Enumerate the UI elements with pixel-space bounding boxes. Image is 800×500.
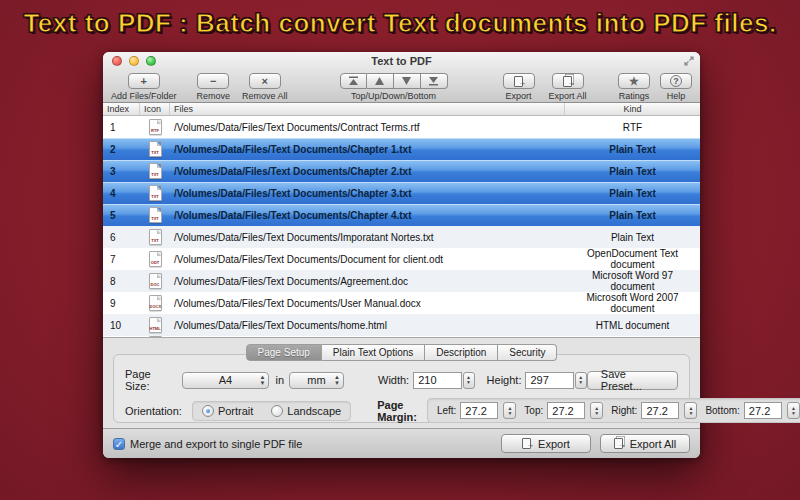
- table-row[interactable]: 10HTML/Volumes/Data/Files/Text Documents…: [103, 314, 700, 336]
- cell-kind: OpenDocument Text document: [565, 248, 700, 270]
- export-button[interactable]: → Export: [501, 434, 591, 453]
- column-header-index[interactable]: Index: [103, 103, 140, 115]
- merge-checkbox[interactable]: ✓: [113, 438, 125, 450]
- margin-stepper[interactable]: ▲▼: [503, 402, 516, 419]
- table-row[interactable]: 7ODT/Volumes/Data/Files/Text Documents/D…: [103, 248, 700, 270]
- table-row[interactable]: 6TXT/Volumes/Data/Files/Text Documents/I…: [103, 226, 700, 248]
- minimize-button[interactable]: [129, 56, 139, 66]
- margin-stepper[interactable]: ▲▼: [684, 402, 697, 419]
- margin-label: Left:: [437, 405, 456, 416]
- unit-popup[interactable]: mm ▲▼: [289, 372, 344, 389]
- file-icon: DOCX: [149, 295, 162, 311]
- move-up-icon: [374, 76, 385, 86]
- margin-bottom-group: Bottom:27.2▲▼: [705, 402, 799, 419]
- cell-kind: Plain Text: [565, 166, 700, 177]
- reorder-segmented-control: [340, 73, 448, 89]
- page-size-popup[interactable]: A4 ▲▼: [182, 372, 270, 389]
- cell-files: /Volumes/Data/Files/Text Documents/Chapt…: [170, 166, 565, 177]
- margin-left-group: Left:27.2▲▼: [437, 402, 516, 419]
- cell-icon: TXT: [140, 141, 170, 157]
- margin-label: Bottom:: [705, 405, 739, 416]
- move-up-button[interactable]: [367, 73, 394, 89]
- table-header: Index Icon Files Kind: [103, 103, 700, 116]
- margin-top-field[interactable]: 27.2: [547, 402, 585, 419]
- close-button[interactable]: [112, 56, 122, 66]
- add-files-label: Add Files/Folder: [111, 91, 177, 101]
- remove-all-label: Remove All: [242, 91, 288, 101]
- zoom-button[interactable]: [146, 56, 156, 66]
- move-bottom-button[interactable]: [421, 73, 448, 89]
- fullscreen-icon[interactable]: [684, 56, 694, 66]
- tab-description[interactable]: Description: [425, 344, 498, 361]
- file-icon: HTML: [149, 317, 162, 333]
- remove-button[interactable]: −: [197, 73, 229, 89]
- cell-kind: Plain Text: [565, 188, 700, 199]
- table-row[interactable]: 2TXT/Volumes/Data/Files/Text Documents/C…: [103, 138, 700, 160]
- ratings-button[interactable]: ★: [618, 73, 650, 89]
- file-icon: TXT: [149, 163, 162, 179]
- export-all-tool: → Export All: [549, 73, 587, 101]
- remove-tool: − Remove: [197, 73, 231, 101]
- cell-index: 7: [103, 254, 140, 265]
- help-button[interactable]: ?: [660, 73, 692, 89]
- tab-page-setup[interactable]: Page Setup: [246, 344, 322, 361]
- radio-label: Landscape: [287, 405, 341, 417]
- width-field[interactable]: 210: [413, 372, 461, 389]
- cell-files: /Volumes/Data/Files/Text Documents/Impor…: [170, 232, 565, 243]
- height-field[interactable]: 297: [525, 372, 573, 389]
- remove-all-button[interactable]: ×: [249, 73, 281, 89]
- table-row[interactable]: 8DOC/Volumes/Data/Files/Text Documents/A…: [103, 270, 700, 292]
- cell-index: 3: [103, 166, 140, 177]
- width-stepper[interactable]: ▲▼: [463, 372, 475, 389]
- page-margin-label: Page Margin:: [377, 399, 417, 423]
- margin-right-field[interactable]: 27.2: [641, 402, 679, 419]
- traffic-lights: [112, 56, 156, 66]
- remove-label: Remove: [197, 91, 231, 101]
- export-all-button[interactable]: → Export All: [600, 434, 690, 453]
- move-down-button[interactable]: [394, 73, 421, 89]
- margin-label: Right:: [611, 405, 637, 416]
- height-label: Height:: [487, 374, 522, 386]
- export-doc-icon: →: [514, 76, 523, 87]
- table-row[interactable]: 3TXT/Volumes/Data/Files/Text Documents/C…: [103, 160, 700, 182]
- question-icon: ?: [670, 75, 682, 87]
- height-stepper[interactable]: ▲▼: [575, 372, 587, 389]
- table-row[interactable]: 4TXT/Volumes/Data/Files/Text Documents/C…: [103, 182, 700, 204]
- cell-files: /Volumes/Data/Files/Text Documents/Docum…: [170, 254, 565, 265]
- add-files-button[interactable]: +: [128, 73, 160, 89]
- cell-index: 4: [103, 188, 140, 199]
- move-top-button[interactable]: [340, 73, 367, 89]
- page-size-value: A4: [219, 374, 232, 386]
- cell-index: 8: [103, 276, 140, 287]
- margin-left-field[interactable]: 27.2: [460, 402, 498, 419]
- file-icon: TXT: [149, 185, 162, 201]
- tab-security[interactable]: Security: [498, 344, 557, 361]
- file-icon: DOC: [149, 273, 162, 289]
- orientation-label: Orientation:: [125, 405, 182, 417]
- cell-kind: Microsoft Word 2007 document: [565, 292, 700, 314]
- export-toolbar-button[interactable]: →: [503, 73, 535, 89]
- column-header-kind[interactable]: Kind: [565, 103, 700, 115]
- cell-kind: Microsoft Word 97 document: [565, 270, 700, 292]
- table-row[interactable]: 9DOCX/Volumes/Data/Files/Text Documents/…: [103, 292, 700, 314]
- radio-portrait[interactable]: Portrait: [202, 405, 253, 417]
- export-all-toolbar-button[interactable]: →: [552, 73, 584, 89]
- cell-icon: TXT: [140, 229, 170, 245]
- table-row[interactable]: 5TXT/Volumes/Data/Files/Text Documents/C…: [103, 204, 700, 226]
- column-header-icon[interactable]: Icon: [140, 103, 170, 115]
- margin-bottom-field[interactable]: 27.2: [744, 402, 782, 419]
- export-all-toolbar-label: Export All: [549, 91, 587, 101]
- save-preset-button[interactable]: Save Preset...: [587, 371, 678, 390]
- move-down-icon: [401, 76, 412, 86]
- tab-plain-text-options[interactable]: Plain Text Options: [322, 344, 425, 361]
- radio-landscape[interactable]: Landscape: [271, 405, 341, 417]
- column-header-files[interactable]: Files: [170, 103, 565, 115]
- ratings-label: Ratings: [619, 91, 650, 101]
- toolbar: + Add Files/Folder − Remove × Remove All: [103, 70, 700, 101]
- titlebar[interactable]: Text to PDF: [103, 52, 700, 70]
- table-row[interactable]: 1RTF/Volumes/Data/Files/Text Documents/C…: [103, 116, 700, 138]
- export-all-button-label: Export All: [630, 438, 676, 450]
- margin-stepper[interactable]: ▲▼: [787, 402, 800, 419]
- margin-stepper[interactable]: ▲▼: [590, 402, 603, 419]
- remove-all-tool: × Remove All: [242, 73, 288, 101]
